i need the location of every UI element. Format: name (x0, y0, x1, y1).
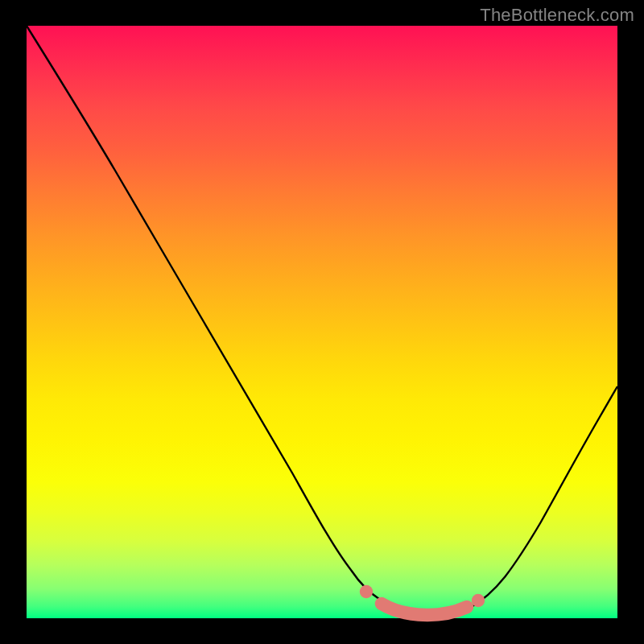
chart-stage: TheBottleneck.com (0, 0, 644, 644)
marker-flat-segment (382, 604, 467, 615)
watermark-text: TheBottleneck.com (480, 5, 634, 26)
marker-left-dot (360, 585, 373, 598)
curve-layer (27, 26, 617, 618)
marker-right-dot (472, 594, 485, 607)
bottleneck-curve (27, 26, 617, 616)
marker-group (360, 585, 485, 615)
plot-region (27, 26, 617, 618)
